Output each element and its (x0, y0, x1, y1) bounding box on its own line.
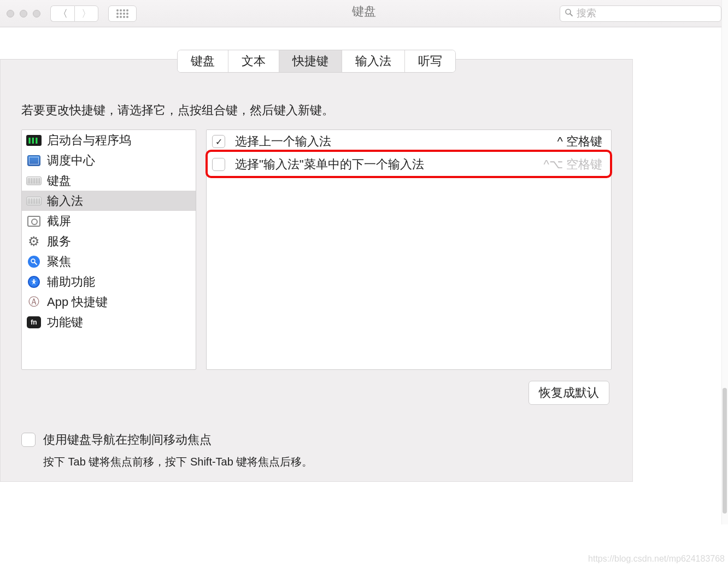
shortcut-key[interactable]: ^⌥ 空格键 (524, 156, 606, 173)
window-toolbar: 〈 〉 键盘 (0, 0, 728, 27)
shortcut-label: 选择"输入法"菜单中的下一个输入法 (235, 156, 514, 173)
screenshot-icon (27, 216, 40, 227)
chevron-right-icon: 〉 (81, 7, 91, 20)
search-input[interactable] (577, 8, 717, 19)
shortcut-row-next-input[interactable]: 选择"输入法"菜单中的下一个输入法 ^⌥ 空格键 (207, 153, 611, 176)
shortcut-checkbox[interactable] (212, 158, 225, 171)
watermark-text: https://blog.csdn.net/mp624183768 (588, 554, 725, 564)
tab-keyboard[interactable]: 键盘 (178, 50, 228, 72)
traffic-lights (7, 10, 40, 17)
category-label: 聚焦 (47, 253, 71, 270)
category-keyboard[interactable]: 键盘 (22, 170, 196, 191)
restore-row: 恢复成默认 (1, 370, 632, 405)
accessibility-icon (28, 276, 40, 288)
chevron-left-icon: 〈 (58, 7, 68, 20)
restore-defaults-button[interactable]: 恢复成默认 (529, 381, 609, 405)
back-button[interactable]: 〈 (50, 5, 74, 22)
show-all-button[interactable] (108, 5, 137, 22)
minimize-icon[interactable] (20, 10, 27, 17)
tab-text[interactable]: 文本 (228, 50, 279, 72)
page-scrollbar-thumb[interactable] (723, 388, 727, 514)
category-list[interactable]: ▌▌▌ 启动台与程序坞 调度中心 键盘 输入法 截屏 ⚙︎ 服务 (21, 129, 196, 370)
category-label: 键盘 (47, 173, 71, 189)
close-icon[interactable] (7, 10, 14, 17)
nav-button-group: 〈 〉 (50, 5, 98, 22)
category-mission-control[interactable]: 调度中心 (22, 150, 196, 170)
grid-icon (116, 9, 128, 18)
keyboard-nav-label: 使用键盘导航在控制间移动焦点 (43, 432, 212, 448)
zoom-icon[interactable] (33, 10, 40, 17)
keyboard-nav-section: 使用键盘导航在控制间移动焦点 按下 Tab 键将焦点前移，按下 Shift-Ta… (21, 432, 313, 469)
category-screenshots[interactable]: 截屏 (22, 211, 196, 231)
category-label: 启动台与程序坞 (47, 132, 131, 149)
svg-line-1 (570, 14, 572, 16)
category-label: 调度中心 (47, 152, 95, 169)
category-app-shortcuts[interactable]: Ⓐ App 快捷键 (22, 292, 196, 312)
keyboard-flat-icon (26, 176, 42, 185)
forward-button[interactable]: 〉 (74, 5, 98, 22)
category-label: 功能键 (47, 314, 83, 331)
category-input-sources[interactable]: 输入法 (22, 191, 196, 211)
keyboard-nav-checkbox[interactable] (21, 433, 36, 447)
category-services[interactable]: ⚙︎ 服务 (22, 231, 196, 251)
gear-icon: ⚙︎ (26, 235, 42, 247)
mission-control-icon (27, 155, 40, 166)
tab-input[interactable]: 输入法 (342, 50, 405, 72)
svg-point-4 (33, 279, 34, 280)
tab-shortcuts[interactable]: 快捷键 (279, 50, 342, 72)
terminal-icon: ▌▌▌ (26, 135, 42, 146)
app-icon: Ⓐ (26, 296, 42, 308)
category-accessibility[interactable]: 辅助功能 (22, 272, 196, 292)
page-scrollbar-track (721, 0, 728, 524)
keyboard-flat-icon (26, 197, 42, 205)
shortcut-key[interactable]: ^ 空格键 (524, 133, 606, 150)
category-label: 服务 (47, 233, 71, 250)
shortcut-list[interactable]: ✓ 选择上一个输入法 ^ 空格键 选择"输入法"菜单中的下一个输入法 ^⌥ 空格… (206, 129, 612, 370)
category-spotlight[interactable]: 聚焦 (22, 251, 196, 272)
tab-bar: 键盘 文本 快捷键 输入法 听写 (177, 50, 456, 73)
spotlight-icon (28, 256, 40, 268)
fn-icon: fn (27, 316, 41, 328)
preferences-panel: 键盘 文本 快捷键 输入法 听写 若要更改快捷键，请选择它，点按组合键，然后键入… (0, 59, 633, 482)
category-label: App 快捷键 (47, 294, 108, 310)
shortcut-row-prev-input[interactable]: ✓ 选择上一个输入法 ^ 空格键 (207, 130, 611, 153)
category-label: 截屏 (47, 213, 71, 229)
shortcut-label: 选择上一个输入法 (235, 133, 514, 150)
search-icon (565, 8, 573, 19)
shortcut-checkbox[interactable]: ✓ (212, 135, 225, 148)
tab-dictation[interactable]: 听写 (405, 50, 455, 72)
svg-line-3 (34, 262, 37, 264)
window-title: 键盘 (352, 3, 376, 20)
category-function-keys[interactable]: fn 功能键 (22, 312, 196, 332)
search-field[interactable] (560, 5, 721, 22)
category-label: 辅助功能 (47, 274, 95, 290)
category-label: 输入法 (47, 193, 83, 209)
category-launchpad-dock[interactable]: ▌▌▌ 启动台与程序坞 (22, 130, 196, 150)
keyboard-nav-help: 按下 Tab 键将焦点前移，按下 Shift-Tab 键将焦点后移。 (21, 455, 313, 469)
lists-container: ▌▌▌ 启动台与程序坞 调度中心 键盘 输入法 截屏 ⚙︎ 服务 (1, 129, 632, 370)
